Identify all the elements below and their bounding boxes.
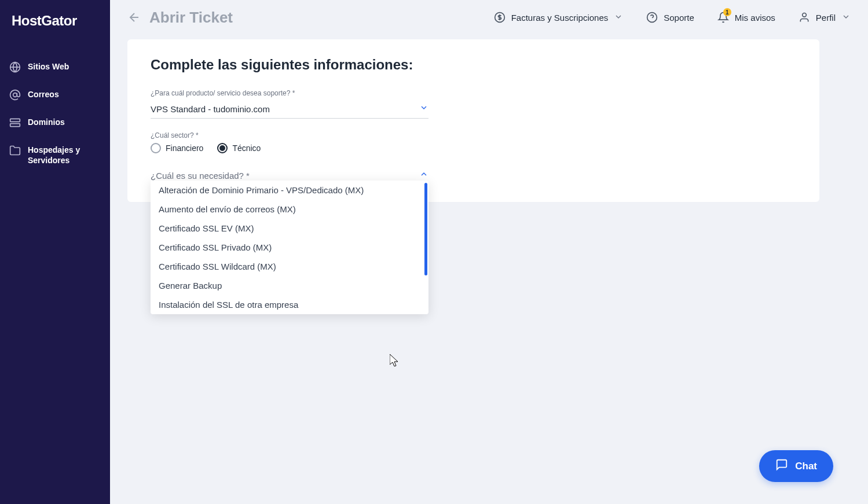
chat-label: Chat [795,461,817,472]
radio-label: Técnico [232,144,261,153]
radio-financiero[interactable]: Financiero [151,143,203,153]
radio-circle-icon [151,143,161,153]
form-group-product: ¿Para cuál producto/ servicio desea sopo… [151,89,428,119]
dropdown-item[interactable]: Instalación del SSL de otra empresa [151,295,428,314]
section-title: Complete las siguientes informaciones: [151,57,796,73]
bell-icon: 1 [717,12,729,23]
product-label: ¿Para cuál producto/ servicio desea sopo… [151,89,428,97]
chevron-up-icon [419,170,428,181]
folder-icon [9,145,21,156]
sidebar-nav: Sitios Web Correos Dominios [0,42,110,185]
dropdown-item[interactable]: Aumento del envío de correos (MX) [151,200,428,219]
header-profile[interactable]: Perfil [799,12,851,23]
chevron-down-icon [614,12,623,23]
sidebar-item-label: Correos [28,89,59,100]
header-nav: Facturas y Suscripciones Soporte [494,12,851,23]
svg-rect-4 [10,124,20,127]
need-placeholder: ¿Cuál es su necesidad? * [151,171,250,181]
header-item-label: Facturas y Suscripciones [511,13,609,23]
help-icon [646,12,658,23]
header: Abrir Ticket Facturas y Suscripciones [110,0,868,35]
cursor-icon [390,354,400,368]
globe-icon [9,61,21,73]
logo: HostGator [0,0,110,42]
header-notices[interactable]: 1 Mis avisos [717,12,775,23]
dropdown-item[interactable]: Certificado SSL Privado (MX) [151,238,428,257]
chevron-down-icon [419,103,428,115]
sidebar-item-label: Sitios Web [28,61,69,72]
back-arrow-icon[interactable] [127,10,141,24]
svg-point-11 [802,13,806,17]
dropdown-item[interactable]: Generar Backup [151,276,428,295]
page-title-wrap: Abrir Ticket [127,9,477,27]
sidebar-item-label: Dominios [28,117,65,127]
dropdown-item[interactable]: Certificado SSL EV (MX) [151,219,428,238]
product-select-value: VPS Standard - tudominio.com [151,104,270,114]
page-title: Abrir Ticket [149,9,233,27]
sector-label: ¿Cuál sector? * [151,131,428,139]
chevron-down-icon [841,12,851,23]
sidebar: HostGator Sitios Web Correos [0,0,110,504]
header-item-label: Soporte [664,13,694,23]
product-select[interactable]: VPS Standard - tudominio.com [151,100,428,119]
header-item-label: Mis avisos [735,13,775,23]
sidebar-item-domains[interactable]: Dominios [0,109,110,137]
form-group-sector: ¿Cuál sector? * Financiero Técnico [151,131,428,153]
header-billing[interactable]: Facturas y Suscripciones [494,12,624,23]
need-dropdown-menu: Alteración de Dominio Primario - VPS/Ded… [151,181,428,314]
notification-badge: 1 [723,8,731,16]
sidebar-item-sites[interactable]: Sitios Web [0,53,110,81]
main-content: Complete las siguientes informaciones: ¿… [127,39,819,202]
chat-icon [775,458,788,474]
server-icon [9,117,21,128]
user-icon [799,12,810,23]
chat-button[interactable]: Chat [759,450,833,482]
header-item-label: Perfil [816,13,836,23]
header-support[interactable]: Soporte [646,12,694,23]
dropdown-item[interactable]: Certificado SSL Wildcard (MX) [151,257,428,276]
at-icon [9,89,21,101]
sidebar-item-mail[interactable]: Correos [0,81,110,109]
dropdown-item[interactable]: Alteración de Dominio Primario - VPS/Ded… [151,181,428,200]
radio-label: Financiero [166,144,203,153]
svg-rect-3 [10,119,20,122]
dropdown-scrollbar[interactable] [424,183,427,275]
radio-tecnico[interactable]: Técnico [217,143,261,153]
sidebar-item-hosting[interactable]: Hospedajes y Servidores [0,137,110,174]
dollar-icon [494,12,506,23]
sidebar-item-label: Hospedajes y Servidores [28,145,101,165]
svg-point-2 [13,93,17,97]
sector-radio-group: Financiero Técnico [151,143,428,153]
radio-circle-icon [217,143,228,153]
